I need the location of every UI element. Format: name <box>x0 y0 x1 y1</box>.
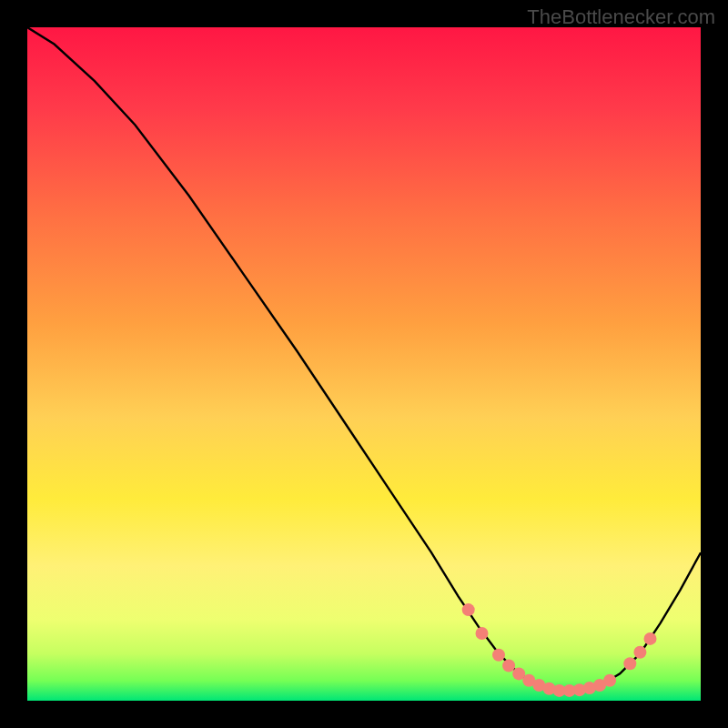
data-marker <box>644 632 657 645</box>
data-marker <box>492 649 505 662</box>
data-marker <box>462 603 475 616</box>
data-marker <box>623 657 636 670</box>
data-marker <box>603 674 616 687</box>
watermark-text: TheBottlenecker.com <box>527 5 715 29</box>
gradient-background <box>27 27 701 701</box>
chart-container <box>27 27 701 701</box>
data-marker <box>633 646 646 659</box>
chart-svg <box>27 27 701 701</box>
data-marker <box>502 660 515 672</box>
data-marker <box>476 627 489 640</box>
